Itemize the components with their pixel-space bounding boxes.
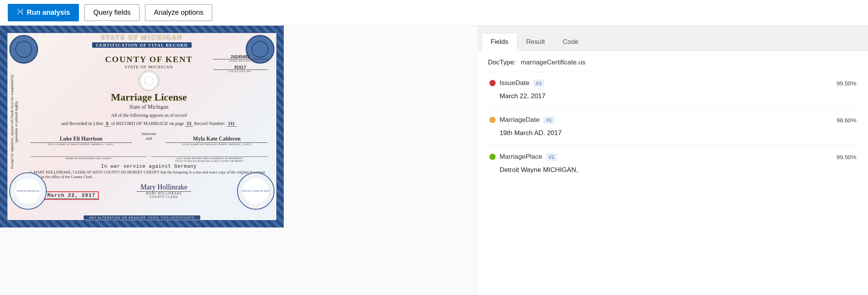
marriage-title: Marriage License [30,92,267,103]
blank-label: LAST NAME BEFORE FIRST MARRIED, IF DIFFE… [151,157,267,160]
local-file-no-label: LOCAL FILE NO. [213,70,267,73]
name-male-col: Luke Eli Harrison FULL NAME OF MALE (FIR… [30,136,132,146]
field-badge: #1 [546,153,557,161]
tab-fields[interactable]: Fields [482,33,517,51]
field-name: MarriageDate [499,116,540,124]
record-line-2: and Recorded in Liber 8 of RECORD OF MAR… [30,121,267,127]
signature-title: COUNTY CLERK [136,195,191,199]
band-title: STATE OF MICHIGAN [42,34,242,41]
rec-liber: 8 [105,121,110,127]
blank-row: NAME OF MAGISTRATE OR CLERGY LAST NAME B… [30,151,267,162]
blank-line [151,151,267,157]
document-preview-pane: Except for signature, spaces left blank … [0,26,477,295]
toolbar: Run analysis Query fields Analyze option… [0,0,868,26]
signature-print: MARY HOLLINRAKE [136,192,191,195]
field-dot-icon [489,154,496,160]
field-value: March 22, 2017 [499,92,856,100]
state-seal-icon [139,71,159,91]
signature-column: Mary Hollinrake MARY HOLLINRAKE COUNTY C… [136,183,191,199]
results-pane: Fields Result Code DocType: marriageCert… [477,26,868,295]
rec-text: Record Number: [194,121,225,126]
run-analysis-label: Run analysis [27,9,70,17]
tab-bar: Fields Result Code [478,26,868,51]
field-name: IssueDate [499,79,529,87]
file-numbers: 24245482 STATE FILE NO. 91517 LOCAL FILE… [213,54,267,75]
band-subtitle: CERTIFICATION OF VITAL RECORD [92,42,192,48]
query-fields-label: Query fields [93,9,131,17]
certificate-header-band: STATE OF MICHIGAN CERTIFICATION OF VITAL… [42,34,242,48]
certificate-body: 24245482 STATE FILE NO. 91517 LOCAL FILE… [30,54,267,205]
signature-area: DATED: March 22, 2017 Mary Hollinrake MA… [30,183,267,199]
query-fields-button[interactable]: Query fields [84,4,140,21]
field-dot-icon [489,117,496,123]
barcode-icon [17,8,24,17]
name-female: Myla Kate Calderon [166,136,267,143]
field-value: Detroit Wayne MICHIGAN, [499,166,856,174]
and-text: and [136,136,161,141]
rec-number: 311 [227,121,236,127]
doctype-line: DocType: marriageCertificate.us [488,59,858,66]
name-female-label: FULL NAME OF FEMALE (FIRST, MIDDLE, LAST… [166,143,267,146]
certify-text: I, MARY HOLLINRAKE, CLERK OF KENT COUNTY… [30,170,267,179]
court-seal-large-icon: CIRCUIT COURT OF KENT [237,172,274,210]
field-dot-icon [489,80,496,86]
local-file-no: 91517 [213,65,267,70]
blank-label: TITLE OF MAGISTRATE OR CLERGY (TYPE OR P… [151,160,267,162]
name-male-label: FULL NAME OF MALE (FIRST, MIDDLE, LAST) [30,143,132,146]
marriage-subtitle: State of Michigan [30,104,267,110]
document-certificate[interactable]: Except for signature, spaces left blank … [0,26,284,227]
rec-page: 53 [185,121,193,127]
state-file-no-label: STATE FILE NO. [213,59,267,62]
field-name: MarriagePlace [499,153,542,161]
record-line-1: All of the following appears as of recor… [30,113,267,118]
blank-label: NAME OF MAGISTRATE OR CLERGY [30,157,147,160]
rec-text: of RECORD OF MARRIAGE on page [111,121,184,126]
between-and: between and [136,131,161,146]
field-badge: #1 [543,116,554,124]
names-row: Luke Eli Harrison FULL NAME OF MALE (FIR… [30,131,267,146]
run-analysis-button[interactable]: Run analysis [8,4,79,21]
vertical-note: Except for signature, spaces left blank … [10,71,27,172]
analyze-options-label: Analyze options [154,9,203,17]
blank-line [30,151,147,157]
analyze-options-button[interactable]: Analyze options [145,4,212,21]
war-service-text: In war service against Germany [30,164,267,169]
main-area: Except for signature, spaces left blank … [0,26,868,295]
field-card[interactable]: MarriageDate #1 98.60% 19th March AD. 20… [487,109,859,146]
field-card[interactable]: MarriagePlace #1 99.50% Detroit Wayne MI… [487,146,859,182]
field-confidence: 99.50% [837,154,856,160]
name-male: Luke Eli Harrison [30,136,132,143]
state-seal-large-icon: STATE OF MICHIGAN [9,172,47,210]
tab-code[interactable]: Code [554,33,588,51]
name-female-col: Myla Kate Calderon FULL NAME OF FEMALE (… [166,136,267,146]
doctype-value: marriageCertificate.us [521,59,585,66]
between-text: between [136,131,161,136]
tab-result[interactable]: Result [517,33,554,51]
bottom-warning-band: ANY ALTERATION OR ERASURE VOIDS THIS CER… [84,215,200,220]
state-file-no: 24245482 [213,54,267,59]
doctype-label: DocType: [488,59,516,66]
field-value: 19th March AD. 2017 [499,129,856,137]
field-badge: #1 [533,80,544,87]
signature-script: Mary Hollinrake [136,183,191,192]
results-scroll[interactable]: DocType: marriageCertificate.us IssueDat… [478,51,868,295]
field-card[interactable]: IssueDate #1 99.50% March 22, 2017 [487,72,859,109]
rec-text: and Recorded in Liber [61,121,103,126]
field-confidence: 98.60% [837,117,856,123]
dated-value: March 22, 2017 [45,193,98,199]
field-confidence: 99.50% [837,80,856,87]
